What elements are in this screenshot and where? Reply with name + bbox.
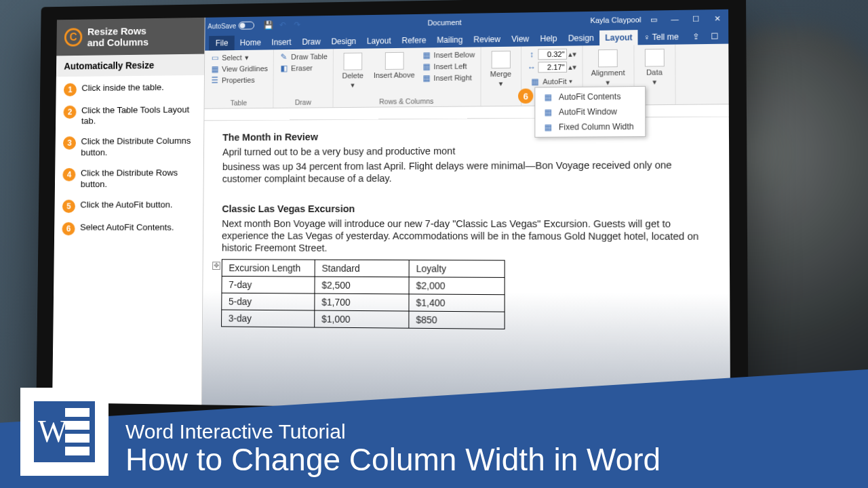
tab-view[interactable]: View (506, 31, 534, 47)
step-item: 6Select AutoFit Contents. (62, 222, 195, 236)
table-cell[interactable]: 7-day (222, 277, 315, 294)
table-move-handle-icon[interactable]: ✥ (212, 262, 220, 270)
alignment-label: Alignment (591, 68, 625, 77)
save-icon[interactable]: 💾 (264, 20, 273, 30)
doc-paragraph-1a: April turned out to be a very busy and p… (222, 146, 455, 158)
autofit-icon: ▦ (530, 77, 540, 86)
step-item: 3Click the Distribute Columns button. (63, 136, 196, 159)
data-icon (644, 49, 664, 67)
caption-title: How to Change Column Width in Word (125, 443, 660, 476)
row-height-input[interactable] (538, 49, 567, 60)
tab-mailings[interactable]: Mailing (431, 33, 468, 48)
autofit-window-label: AutoFit Window (559, 107, 617, 117)
tab-review[interactable]: Review (468, 32, 506, 47)
tab-home[interactable]: Home (235, 35, 267, 50)
table-header[interactable]: Loyalty (409, 260, 505, 278)
table-cell[interactable]: $1,000 (315, 310, 409, 328)
column-width-input[interactable] (538, 62, 567, 73)
redo-icon[interactable]: ↷ (293, 20, 302, 30)
table-header[interactable]: Excursion Length (222, 260, 315, 277)
spinner-icon[interactable]: ▴▾ (568, 49, 576, 58)
close-icon[interactable]: ✕ (709, 14, 726, 23)
tab-design[interactable]: Design (326, 34, 362, 49)
callout-badge-6: 6 (518, 89, 533, 104)
monitor-bezel: C Resize Rows and Columns Automatically … (36, 0, 749, 441)
fixed-width-label: Fixed Column Width (559, 122, 634, 132)
group-table: ▭Select ▾ ▦View Gridlines ☰Properties Ta… (205, 49, 274, 108)
insert-above-icon (384, 52, 403, 70)
spinner-icon[interactable]: ▴▾ (568, 62, 576, 71)
tab-references[interactable]: Refere (397, 33, 432, 48)
tell-me[interactable]: ♀ Tell me (638, 29, 684, 45)
insert-right-button[interactable]: ▦Insert Right (421, 73, 475, 83)
screen: C Resize Rows and Columns Automatically … (52, 9, 730, 413)
view-gridlines-button[interactable]: ▦View Gridlines (210, 64, 268, 74)
row-height-stepper[interactable]: ↕▴▾ (527, 49, 576, 60)
menu-autofit-window[interactable]: ▦AutoFit Window (536, 104, 644, 119)
properties-button[interactable]: ☰Properties (210, 75, 268, 85)
table-cell[interactable]: $850 (409, 311, 505, 329)
minimize-icon[interactable]: — (667, 15, 684, 24)
doc-paragraph-2: Next month Bon Voyage will introduce our… (222, 218, 710, 256)
tab-table-layout[interactable]: Layout (599, 30, 638, 45)
step-number-badge: 6 (62, 222, 75, 236)
tab-draw[interactable]: Draw (296, 35, 326, 49)
menu-autofit-contents[interactable]: ▦AutoFit Contents (536, 89, 644, 105)
delete-button[interactable]: Delete▾ (338, 52, 367, 92)
group-label-table: Table (210, 97, 268, 107)
table-cell[interactable]: 5-day (222, 293, 315, 310)
tab-insert[interactable]: Insert (267, 35, 297, 49)
insert-left-button[interactable]: ▦Insert Left (422, 61, 475, 71)
toggle-off-icon (239, 22, 254, 30)
tab-table-design[interactable]: Design (563, 30, 599, 46)
height-icon: ↕ (527, 49, 536, 59)
merge-button[interactable]: Merge▾ (486, 49, 515, 90)
table-row: 5-day $1,700 $1,400 (222, 293, 505, 312)
group-label-rows-columns: Rows & Columns (338, 95, 475, 106)
tab-file[interactable]: File (209, 36, 235, 51)
table-header[interactable]: Standard (315, 260, 409, 277)
chevron-down-icon: ▾ (570, 78, 573, 85)
chevron-down-icon: ▾ (652, 78, 656, 87)
autofit-window-icon: ▦ (542, 107, 553, 117)
insert-below-button[interactable]: ▦Insert Below (422, 49, 475, 60)
select-label: Select (222, 54, 242, 62)
step-item: 5Click the AutoFit button. (62, 199, 195, 213)
select-button[interactable]: ▭Select ▾ (210, 52, 268, 62)
tab-layout[interactable]: Layout (361, 33, 397, 48)
step-item: 1Click inside the table. (64, 81, 196, 96)
doc-heading-2: Classic Las Vegas Excursion (222, 203, 355, 214)
eraser-button[interactable]: ◧Eraser (279, 63, 328, 73)
comments-icon[interactable]: ☐ (705, 28, 724, 44)
user-name[interactable]: Kayla Claypool (590, 16, 641, 24)
table-cell[interactable]: $2,500 (315, 277, 409, 294)
draw-table-button[interactable]: ✎Draw Table (279, 52, 328, 62)
insert-above-button[interactable]: Insert Above (371, 51, 418, 81)
data-button[interactable]: Data▾ (639, 47, 669, 88)
maximize-icon[interactable]: ☐ (688, 14, 705, 24)
step-number-badge: 3 (63, 136, 76, 150)
share-icon[interactable]: ⇪ (687, 29, 705, 45)
pricing-table[interactable]: Excursion Length Standard Loyalty 7-day … (221, 259, 505, 329)
table-cell[interactable]: 3-day (222, 310, 315, 327)
step-number-badge: 5 (62, 199, 75, 213)
document-area[interactable]: The Month in Review April turned out to … (202, 117, 730, 413)
doc-paragraph-1b: business was up 34 percent from last Apr… (222, 159, 709, 185)
menu-fixed-width[interactable]: ▦Fixed Column Width (536, 119, 644, 135)
step-text: Click the Table Tools Layout tab. (81, 104, 196, 127)
alignment-button[interactable]: Alignment▾ (588, 48, 628, 89)
autosave-toggle[interactable]: AutoSave (208, 22, 254, 30)
table-cell[interactable]: $2,000 (409, 277, 505, 295)
table-cell[interactable]: $1,400 (409, 294, 505, 312)
undo-icon[interactable]: ↶ (278, 20, 288, 30)
tab-help[interactable]: Help (534, 31, 562, 47)
tell-me-label: Tell me (652, 32, 679, 42)
document-title: Document (302, 16, 590, 28)
step-text: Click the Distribute Rows button. (81, 167, 196, 190)
ribbon-display-icon[interactable]: ▭ (646, 15, 663, 24)
doc-heading-1: The Month in Review (222, 131, 318, 143)
table-cell[interactable]: $1,700 (315, 293, 409, 311)
column-width-stepper[interactable]: ↔▴▾ (527, 62, 576, 73)
chevron-down-icon: ▾ (245, 53, 249, 62)
table-row: 7-day $2,500 $2,000 (222, 277, 505, 295)
